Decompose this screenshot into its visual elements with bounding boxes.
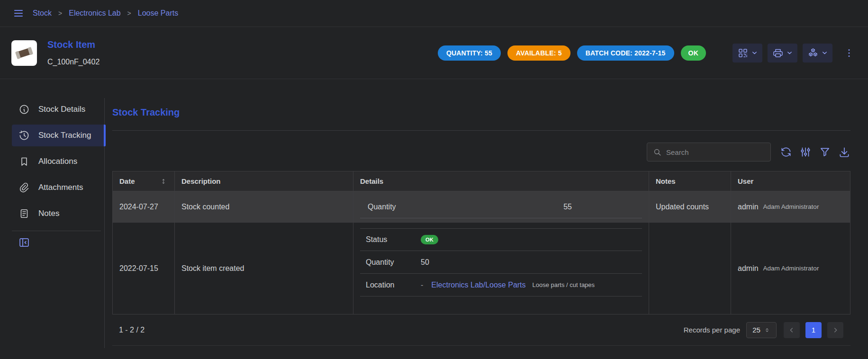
chevron-down-icon [786, 49, 793, 56]
cell-details: Quantity 55 [353, 191, 649, 222]
info-circle-icon [18, 104, 30, 115]
menu-icon[interactable] [13, 8, 24, 19]
search-input[interactable] [666, 148, 765, 156]
qrcode-icon [737, 47, 749, 59]
sidebar-item-label: Stock Details [38, 105, 85, 114]
previous-page-button[interactable] [784, 322, 800, 338]
sidebar-item-stock-tracking[interactable]: Stock Tracking [12, 125, 106, 146]
table-toolbar [112, 143, 850, 162]
barcode-actions-button[interactable] [732, 44, 762, 63]
title-block: Stock Item C_100nF_0402 [47, 39, 99, 66]
sidebar-item-notes[interactable]: Notes [12, 203, 106, 224]
page-size-select[interactable]: 25 [746, 322, 777, 338]
chevron-down-icon [821, 49, 828, 56]
page-size-value: 25 [752, 326, 760, 334]
detail-label: Quantity [366, 258, 421, 267]
search-icon [653, 148, 662, 157]
print-actions-button[interactable] [768, 44, 797, 63]
available-badge: AVAILABLE: 5 [507, 45, 570, 61]
printer-icon [772, 47, 784, 59]
content: Stock Details Stock Tracking Allocations… [0, 79, 868, 359]
cell-user: admin Adam Administrator [731, 223, 851, 314]
detail-status-row: Status OK [360, 228, 642, 251]
cell-notes [649, 223, 731, 314]
download-icon[interactable] [838, 146, 850, 158]
detail-value: 50 [421, 258, 429, 267]
cell-notes: Updated counts [649, 191, 731, 222]
paperclip-icon [18, 182, 30, 193]
sidebar-item-label: Allocations [38, 157, 77, 166]
detail-quantity-row: Quantity 50 [360, 251, 642, 274]
username: admin [738, 203, 759, 211]
sidebar-item-attachments[interactable]: Attachments [12, 177, 106, 198]
table-row[interactable]: 2022-07-15 Stock item created Status OK … [112, 223, 850, 314]
sidebar-item-label: Stock Tracking [38, 131, 91, 140]
cell-description: Stock item created [175, 223, 353, 314]
header-actions [732, 44, 855, 63]
sidebar-item-label: Attachments [38, 183, 83, 192]
username: admin [738, 264, 759, 273]
capacitor-image [11, 40, 37, 66]
sort-arrows-icon[interactable] [159, 177, 168, 186]
detail-location-row: Location - Electronics Lab/Loose Parts L… [360, 274, 642, 296]
breadcrumb: Stock > Electronics Lab > Loose Parts [33, 9, 178, 18]
chevron-left-icon [788, 326, 796, 334]
detail-label: Location [366, 281, 421, 289]
chevron-right-icon [832, 326, 839, 334]
column-header-description[interactable]: Description [175, 171, 353, 191]
details-panel: Status OK Quantity 50 Location - Electro… [360, 228, 642, 296]
table-row[interactable]: 2024-07-27 Stock counted Quantity 55 Upd… [112, 191, 850, 223]
breadcrumb-link-electronics-lab[interactable]: Electronics Lab [69, 9, 120, 18]
more-options-icon[interactable] [843, 47, 855, 59]
adjustments-icon[interactable] [799, 146, 812, 158]
column-header-user[interactable]: User [731, 171, 851, 191]
table-header-row: Date Description Details Notes User [112, 171, 850, 191]
refresh-icon[interactable] [780, 146, 792, 158]
detail-label: Status [366, 235, 421, 244]
column-header-notes[interactable]: Notes [649, 171, 731, 191]
breadcrumb-link-loose-parts[interactable]: Loose Parts [138, 9, 178, 18]
status-badges: QUANTITY: 55 AVAILABLE: 5 BATCH CODE: 20… [438, 45, 706, 61]
notes-icon [18, 208, 30, 219]
next-page-button[interactable] [827, 322, 843, 338]
sidebar: Stock Details Stock Tracking Allocations… [0, 79, 105, 359]
detail-quantity-row: Quantity 55 [360, 196, 642, 218]
stock-operations-button[interactable] [803, 44, 832, 63]
table-footer: 1 - 2 / 2 Records per page 25 1 [112, 314, 850, 346]
cell-description: Stock counted [175, 191, 353, 222]
toolbar-icons [780, 146, 850, 158]
detail-value: 55 [563, 203, 572, 211]
sidebar-item-stock-details[interactable]: Stock Details [12, 99, 106, 120]
history-icon [18, 130, 30, 141]
record-range-label: 1 - 2 / 2 [119, 326, 145, 334]
sidebar-item-label: Notes [38, 209, 59, 218]
column-header-date[interactable]: Date [113, 171, 175, 191]
filter-icon[interactable] [819, 146, 831, 158]
status-ok-badge: OK [421, 235, 438, 244]
search-box[interactable] [647, 143, 771, 162]
sidebar-item-allocations[interactable]: Allocations [12, 151, 106, 172]
location-prefix: - [421, 281, 423, 289]
select-updown-icon [764, 327, 770, 333]
breadcrumb-bar: Stock > Electronics Lab > Loose Parts [0, 0, 868, 27]
column-header-details[interactable]: Details [353, 171, 649, 191]
user-fullname: Adam Administrator [763, 265, 819, 272]
breadcrumb-link-stock[interactable]: Stock [33, 9, 52, 18]
detail-label: Quantity [368, 203, 396, 211]
breadcrumb-separator: > [58, 9, 62, 17]
page-number-button[interactable]: 1 [805, 322, 822, 338]
pagination-controls: Records per page 25 1 [684, 322, 843, 338]
panel-heading: Stock Tracking [112, 107, 868, 118]
sidebar-separator [12, 231, 101, 231]
part-thumbnail[interactable] [11, 40, 37, 66]
sidebar-collapse-icon[interactable] [18, 236, 30, 249]
page-title: Stock Item [47, 39, 99, 50]
page-header: Stock Item C_100nF_0402 QUANTITY: 55 AVA… [0, 27, 868, 79]
bookmark-icon [18, 156, 30, 167]
location-link[interactable]: Electronics Lab/Loose Parts [431, 281, 525, 289]
quantity-badge: QUANTITY: 55 [438, 45, 501, 61]
header-right: QUANTITY: 55 AVAILABLE: 5 BATCH CODE: 20… [438, 44, 855, 63]
cell-details: Status OK Quantity 50 Location - Electro… [353, 223, 649, 314]
breadcrumb-separator: > [127, 9, 131, 17]
cell-user: admin Adam Administrator [731, 191, 851, 222]
